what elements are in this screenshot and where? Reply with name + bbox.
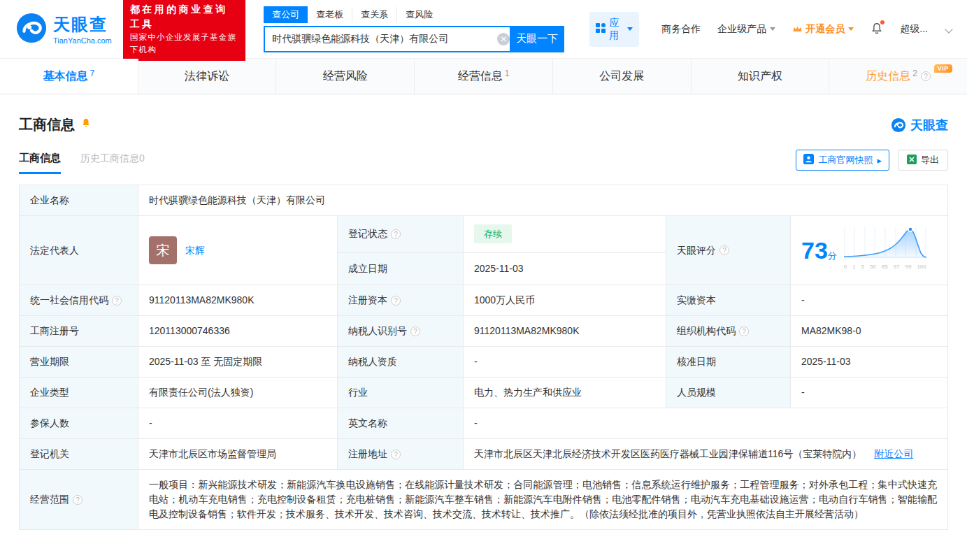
search-tab-relation[interactable]: 查关系 — [352, 7, 396, 22]
registered-address-value: 天津市北辰区天津北辰经济技术开发区医药医疗器械工业园津保辅道116号（宝莱特院内… — [474, 448, 861, 459]
export-button[interactable]: 导出 — [898, 150, 948, 171]
tab-history-info[interactable]: 历史信息2 ? VIP — [829, 59, 967, 94]
tianyancha-logo-icon — [15, 12, 48, 46]
logo-subtitle: TianYanCha.com — [53, 36, 112, 45]
org-code-value: MA82MK98-0 — [791, 316, 948, 347]
export-label: 导出 — [921, 154, 939, 166]
apps-label: 应用 — [609, 17, 620, 42]
approval-date-value: 2025-11-03 — [791, 347, 948, 378]
subscribe-bell-icon[interactable] — [80, 117, 92, 133]
subtab-history-business-info[interactable]: 历史工商信息0 — [80, 152, 145, 173]
legal-rep-name-link[interactable]: 宋辉 — [185, 243, 205, 258]
approval-date-label: 核准日期 — [666, 347, 791, 378]
registry-authority-value: 天津市北辰区市场监督管理局 — [138, 439, 338, 470]
help-icon[interactable]: ? — [921, 71, 931, 81]
help-icon[interactable]: ? — [410, 326, 420, 336]
help-icon[interactable]: ? — [391, 450, 401, 459]
crown-icon — [792, 24, 803, 35]
search-input[interactable] — [264, 26, 515, 52]
nearby-companies-link[interactable]: 附近公司 — [874, 448, 913, 459]
tab-basic-info[interactable]: 基本信息7 — [0, 59, 138, 94]
table-row: 企业类型 有限责任公司(法人独资) 行业 电力、热力生产和供应业 人员规模 - — [20, 378, 948, 408]
official-snapshot-button[interactable]: 工商官网快照 ▸ — [796, 150, 889, 171]
apps-menu-button[interactable]: 应用 — [589, 12, 639, 47]
search-tab-company[interactable]: 查公司 — [264, 6, 308, 23]
tab-label: 历史信息 — [866, 69, 910, 84]
table-row: 法定代表人 宋 宋辉 登记状态? 存续 天眼评分? 73分 — [20, 216, 948, 253]
establish-date-label: 成立日期 — [338, 252, 464, 285]
staff-size-label: 人员规模 — [666, 378, 791, 408]
table-row: 营业期限 2025-11-03 至 无固定期限 纳税人资质 - 核准日期 202… — [20, 347, 948, 378]
help-icon[interactable]: ? — [112, 296, 122, 306]
super-vip-link[interactable]: 超级... — [900, 23, 928, 36]
watermark-logo-text: 天眼查 — [910, 117, 948, 134]
help-icon[interactable]: ? — [391, 229, 401, 239]
company-nav-tabs: 基本信息7 法律诉讼 经营风险 经营信息1 公司发展 知识产权 历史信息2 ? … — [0, 58, 967, 94]
english-name-value: - — [464, 408, 948, 439]
taxpayer-quality-value: - — [464, 347, 666, 378]
tab-intellectual-property[interactable]: 知识产权 — [692, 59, 830, 94]
tianyancha-logo[interactable]: 天眼查 TianYanCha.com — [15, 12, 112, 46]
search-tabs: 查公司 查老板 查关系 查风险 — [264, 6, 564, 23]
score-label: 天眼评分? — [666, 216, 791, 285]
business-term-value: 2025-11-03 至 无固定期限 — [138, 347, 338, 378]
tab-label: 法律诉讼 — [185, 69, 229, 84]
top-header: 天眼查 TianYanCha.com 都在用的商业查询工具 国家中小企业发展子基… — [0, 0, 967, 58]
tab-label: 公司发展 — [599, 69, 644, 84]
credit-code-value: 91120113MA82MK980K — [138, 285, 338, 316]
tab-company-development[interactable]: 公司发展 — [553, 59, 692, 94]
score-chart: 01550859799100 — [844, 227, 926, 274]
credit-code-label: 统一社会信用代码? — [20, 285, 138, 316]
score-cell: 73分 — [791, 216, 948, 285]
help-icon[interactable]: ? — [73, 495, 83, 505]
registered-address-label: 注册地址? — [338, 439, 464, 470]
registered-address-cell: 天津市北辰区天津北辰经济技术开发区医药医疗器械工业园津保辅道116号（宝莱特院内… — [464, 439, 948, 470]
table-row: 统一社会信用代码? 91120113MA82MK980K 注册资本? 1000万… — [20, 285, 948, 316]
subtab-business-info[interactable]: 工商信息 — [19, 152, 61, 174]
main-content: 工商信息 天眼查 工商信息 历史工商信息0 工商官网快照 ▸ — [0, 115, 967, 530]
clear-search-icon[interactable]: ✕ — [497, 33, 510, 45]
score-value: 73 — [801, 237, 828, 264]
help-icon[interactable]: ? — [739, 326, 749, 336]
help-icon[interactable]: ? — [391, 296, 401, 306]
enterprise-product-menu[interactable]: 企业级产品 — [717, 23, 775, 36]
business-scope-label: 经营范围? — [20, 470, 138, 530]
tab-label: 知识产权 — [738, 69, 782, 84]
tab-operating-info[interactable]: 经营信息1 — [415, 59, 553, 94]
excel-icon — [907, 155, 917, 166]
tab-count: 2 — [912, 69, 917, 78]
snapshot-label: 工商官网快照 — [818, 154, 873, 166]
taxpayer-id-label: 纳税人识别号? — [338, 316, 464, 347]
search-tab-boss[interactable]: 查老板 — [308, 7, 352, 22]
tab-operating-risk[interactable]: 经营风险 — [276, 59, 415, 94]
tab-legal-proceedings[interactable]: 法律诉讼 — [138, 59, 277, 94]
score-axis: 01550859799100 — [844, 259, 926, 274]
staff-size-value: - — [791, 378, 948, 408]
business-cooperation-link[interactable]: 商务合作 — [661, 23, 701, 36]
legal-rep-avatar[interactable]: 宋 — [149, 236, 177, 264]
table-row: 参保人数 - 英文名称 - — [20, 408, 948, 439]
tab-label: 经营风险 — [323, 69, 368, 84]
table-row: 企业名称 时代骐骥绿色能源科技（天津）有限公司 — [20, 185, 948, 216]
open-vip-menu[interactable]: 开通会员 — [792, 23, 854, 36]
search-tab-risk[interactable]: 查风险 — [396, 7, 441, 22]
registered-capital-value: 1000万人民币 — [464, 285, 666, 316]
snapshot-icon — [803, 154, 814, 166]
score-unit: 分 — [828, 250, 837, 261]
table-row: 经营范围? 一般项目：新兴能源技术研发；新能源汽车换电设施销售；在线能源计量技术… — [20, 470, 948, 530]
table-row: 工商注册号 120113000746336 纳税人识别号? 91120113MA… — [20, 316, 948, 347]
status-badge: 存续 — [474, 224, 512, 243]
help-icon[interactable]: ? — [719, 245, 729, 255]
business-term-label: 营业期限 — [20, 347, 138, 378]
logo-title: 天眼查 — [53, 13, 112, 36]
legal-rep-label: 法定代表人 — [20, 216, 138, 285]
slogan-line2: 国家中小企业发展子基金旗下机构 — [130, 31, 239, 56]
enterprise-product-label: 企业级产品 — [717, 23, 766, 36]
taxpayer-quality-label: 纳税人资质 — [338, 347, 464, 378]
notifications-bell-icon[interactable] — [871, 22, 883, 37]
chevron-down-icon[interactable] — [945, 25, 952, 33]
company-type-value: 有限责任公司(法人独资) — [138, 378, 338, 408]
vip-badge: VIP — [934, 64, 952, 73]
search-button[interactable]: 天眼一下 — [510, 26, 564, 52]
slogan-line1: 都在用的商业查询工具 — [130, 2, 239, 31]
